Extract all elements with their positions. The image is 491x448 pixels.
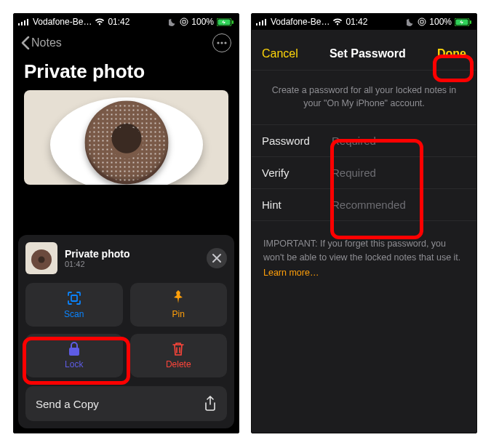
nav-bar: Notes bbox=[14, 30, 239, 56]
close-icon bbox=[212, 254, 221, 263]
svg-point-9 bbox=[220, 41, 223, 44]
delete-button[interactable]: Delete bbox=[130, 334, 228, 377]
nav-bar: Cancel Set Password Done bbox=[252, 37, 476, 71]
password-label: Password bbox=[262, 135, 332, 147]
svg-point-8 bbox=[217, 41, 219, 44]
chevron-left-icon bbox=[21, 36, 30, 49]
svg-rect-1 bbox=[21, 22, 23, 25]
status-bar: Vodafone-Be… 01:42 100% bbox=[14, 14, 239, 30]
moon-icon bbox=[169, 18, 177, 26]
password-field[interactable]: Required bbox=[332, 135, 376, 147]
left-screenshot: Vodafone-Be… 01:42 100% Notes Private ph… bbox=[13, 13, 239, 433]
password-row[interactable]: Password Required bbox=[252, 125, 476, 157]
battery-icon bbox=[455, 18, 472, 26]
svg-rect-12 bbox=[69, 348, 79, 356]
trash-icon bbox=[172, 342, 185, 356]
nav-title: Set Password bbox=[330, 47, 406, 60]
time-label: 01:42 bbox=[346, 17, 367, 27]
svg-rect-2 bbox=[24, 20, 25, 25]
svg-rect-13 bbox=[256, 23, 258, 25]
wifi-icon bbox=[332, 18, 343, 25]
lock-icon bbox=[68, 342, 81, 356]
important-text: IMPORTANT: If you forget this password, … bbox=[252, 221, 476, 268]
svg-rect-20 bbox=[470, 20, 471, 24]
scan-button[interactable]: Scan bbox=[25, 283, 123, 327]
cancel-button[interactable]: Cancel bbox=[262, 47, 298, 60]
scan-label: Scan bbox=[64, 309, 84, 319]
page-title: Private photo bbox=[14, 56, 239, 90]
time-label: 01:42 bbox=[108, 17, 129, 27]
battery-label: 100% bbox=[191, 17, 214, 27]
wifi-icon bbox=[95, 18, 105, 25]
svg-rect-11 bbox=[71, 295, 77, 301]
signal-icon bbox=[18, 18, 30, 25]
description-text: Create a password for all your locked no… bbox=[252, 71, 476, 124]
ellipsis-icon bbox=[217, 41, 227, 44]
share-icon bbox=[204, 396, 217, 412]
hint-row[interactable]: Hint Recommended bbox=[252, 189, 476, 221]
back-button[interactable]: Notes bbox=[21, 36, 62, 49]
battery-label: 100% bbox=[429, 17, 452, 27]
close-button[interactable] bbox=[207, 248, 227, 268]
verify-row[interactable]: Verify Required bbox=[252, 157, 476, 189]
svg-rect-16 bbox=[265, 19, 266, 25]
pin-label: Pin bbox=[172, 309, 185, 319]
hint-field[interactable]: Recommended bbox=[332, 199, 406, 211]
sheet-thumbnail bbox=[25, 242, 57, 274]
svg-rect-15 bbox=[262, 20, 263, 25]
pin-icon bbox=[172, 290, 185, 306]
sheet-subtitle: 01:42 bbox=[65, 260, 129, 268]
battery-icon bbox=[217, 18, 234, 26]
svg-point-10 bbox=[224, 41, 226, 44]
scan-icon bbox=[66, 290, 82, 306]
svg-rect-14 bbox=[259, 22, 260, 25]
svg-rect-7 bbox=[232, 20, 233, 24]
verify-field[interactable]: Required bbox=[332, 167, 376, 179]
pin-button[interactable]: Pin bbox=[130, 283, 228, 327]
moon-icon bbox=[407, 18, 415, 26]
done-button[interactable]: Done bbox=[437, 47, 466, 60]
svg-rect-0 bbox=[18, 23, 20, 25]
send-copy-label: Send a Copy bbox=[36, 398, 99, 410]
svg-point-4 bbox=[180, 18, 188, 25]
hint-label: Hint bbox=[262, 199, 332, 211]
send-copy-button[interactable]: Send a Copy bbox=[25, 386, 227, 421]
sheet-title: Private photo bbox=[65, 248, 129, 260]
password-form: Password Required Verify Required Hint R… bbox=[252, 124, 476, 221]
signal-icon bbox=[256, 18, 268, 25]
learn-more-link[interactable]: Learn more… bbox=[252, 268, 476, 278]
verify-label: Verify bbox=[262, 167, 332, 179]
delete-label: Delete bbox=[166, 359, 191, 369]
more-button[interactable] bbox=[212, 33, 231, 52]
status-bar: Vodafone-Be… 01:42 100% bbox=[252, 14, 476, 30]
rotation-lock-icon bbox=[180, 17, 188, 26]
svg-point-17 bbox=[418, 18, 426, 25]
right-screenshot: Vodafone-Be… 01:42 100% Cancel Set Passw… bbox=[251, 13, 477, 433]
share-sheet: Private photo 01:42 Scan Pin Lock bbox=[18, 235, 234, 428]
lock-button[interactable]: Lock bbox=[25, 334, 123, 377]
back-label: Notes bbox=[31, 36, 62, 49]
rotation-lock-icon bbox=[418, 17, 426, 26]
carrier-label: Vodafone-Be… bbox=[33, 17, 92, 27]
carrier-label: Vodafone-Be… bbox=[271, 17, 330, 27]
lock-label: Lock bbox=[65, 359, 83, 369]
note-photo bbox=[24, 90, 228, 185]
svg-rect-3 bbox=[27, 19, 28, 25]
